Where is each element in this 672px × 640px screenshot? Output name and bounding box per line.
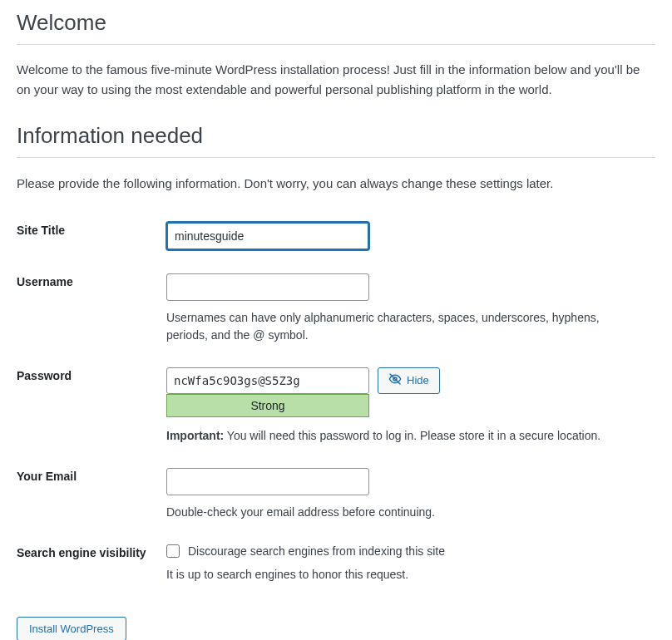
site-title-input[interactable] bbox=[166, 222, 369, 250]
search-visibility-checkbox-label: Discourage search engines from indexing … bbox=[188, 544, 445, 558]
hide-password-button[interactable]: Hide bbox=[378, 367, 440, 394]
site-title-label: Site Title bbox=[17, 214, 166, 265]
email-input[interactable] bbox=[166, 468, 369, 495]
eye-slash-icon bbox=[388, 372, 402, 388]
hide-password-label: Hide bbox=[407, 374, 429, 386]
password-important-text: You will need this password to log in. P… bbox=[224, 429, 600, 442]
password-important-label: Important: bbox=[166, 429, 224, 442]
username-label: Username bbox=[17, 265, 166, 358]
password-label: Password bbox=[17, 359, 166, 460]
install-form: Site Title Username Usernames can have o… bbox=[17, 214, 655, 598]
install-wordpress-button[interactable]: Install WordPress bbox=[17, 617, 126, 640]
search-visibility-label: Search engine visibility bbox=[17, 536, 166, 598]
email-desc: Double-check your email address before c… bbox=[166, 504, 636, 521]
welcome-intro: Welcome to the famous five-minute WordPr… bbox=[17, 60, 655, 100]
password-important: Important: You will need this password t… bbox=[166, 427, 655, 445]
search-visibility-desc: It is up to search engines to honor this… bbox=[166, 566, 636, 583]
search-visibility-checkbox[interactable] bbox=[166, 544, 180, 558]
info-intro: Please provide the following information… bbox=[17, 176, 655, 190]
username-input[interactable] bbox=[166, 273, 369, 300]
password-input[interactable] bbox=[166, 367, 369, 394]
username-desc: Usernames can have only alphanumeric cha… bbox=[166, 309, 636, 344]
email-label: Your Email bbox=[17, 460, 166, 535]
password-strength: Strong bbox=[166, 394, 369, 417]
welcome-heading: Welcome bbox=[17, 10, 655, 45]
info-heading: Information needed bbox=[17, 123, 655, 158]
